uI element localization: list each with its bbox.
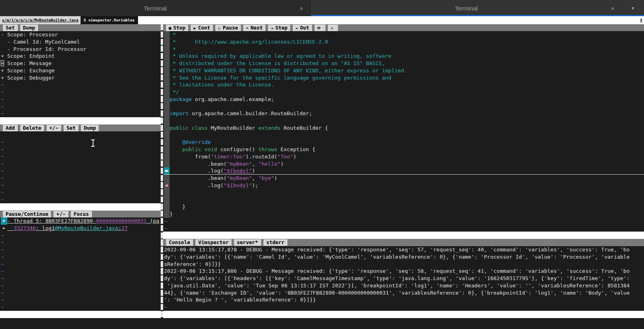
frame-icon[interactable]: ▶ — [1, 225, 7, 232]
scope-tree-item[interactable]: - Camel Id: MyCoolCamel — [0, 38, 161, 46]
text-segment: : log1 — [36, 225, 55, 231]
debug-close-icon-button[interactable]: ✕ — [328, 25, 338, 31]
line-text: ~ — [1, 96, 161, 103]
debug-restart-icon-button[interactable]: ⟳ — [315, 25, 325, 31]
line-text: ~ — [1, 103, 161, 110]
line-text: ~ — [164, 304, 644, 311]
output-tab-stderr-button[interactable]: stderr — [264, 239, 287, 246]
variables-set-button[interactable]: Set — [3, 25, 18, 31]
text-segment: "hello" — [258, 161, 281, 167]
log-line: 2022-09-06 13:15:17,886 - DEBUG - Messag… — [163, 268, 644, 275]
terminal-tab-active[interactable]: Terminal × — [311, 0, 622, 16]
code-line: * http://www.apache.org/licenses/LICENSE… — [163, 38, 644, 46]
terminal-tab-inactive[interactable]: Terminal × — [0, 0, 311, 16]
line-text: sReference': 0}]}} — [164, 261, 644, 268]
empty-line: ~ — [0, 246, 161, 253]
stack-frame-line[interactable]: ▶- Thread 5: 8B03FE27FB82890-00000000000… — [0, 217, 161, 225]
line-text: 2022-09-06 13:15:17,878 - DEBUG - Messag… — [164, 246, 644, 253]
vim-command-line[interactable] — [0, 318, 644, 329]
sign-column — [164, 74, 170, 82]
watches-dump-button[interactable]: Dump — [81, 125, 99, 131]
variables-dump-button[interactable]: Dump — [20, 25, 38, 31]
sign-column — [164, 196, 170, 203]
debug-cont-label: Cont — [198, 25, 210, 31]
line-text: ~ — [1, 275, 161, 282]
variables-window: - Scope: Processor - Camel Id: MyCoolCam… — [0, 31, 161, 117]
current-instruction-icon[interactable]: ●▶ — [164, 167, 170, 174]
text-segment — [170, 146, 182, 152]
scope-tree-item[interactable]: - Processor Id: Processor — [0, 46, 161, 53]
text-segment: ~ — [1, 139, 4, 145]
debug-out-button[interactable]: ←Out — [293, 25, 312, 31]
scope-tree-item[interactable]: - Scope: Processor — [0, 31, 161, 38]
text-segment: ~ — [1, 196, 4, 202]
text-segment: ~ — [1, 89, 4, 95]
text-segment: throws — [258, 146, 277, 152]
line-text: ~ — [1, 304, 161, 311]
debug-step-button[interactable]: →Step — [268, 25, 290, 31]
scope-tree-item[interactable]: + Scope: Exchange — [0, 67, 161, 74]
debug-pause-button[interactable]: ▷Pause — [215, 25, 241, 31]
code-line: } — [163, 211, 644, 218]
debug-cont-button[interactable]: ▶Cont — [191, 25, 213, 31]
text-segment: "${body}" — [223, 182, 252, 188]
scope-tree-item[interactable]: + Scope: Debugger — [0, 74, 161, 82]
text-segment: ': 'Hello Begin ? ', 'variablesReference… — [164, 297, 316, 303]
stacktrace--button[interactable]: +/- — [53, 211, 68, 217]
line-text: from("timer:foo").routeId("foo") — [170, 153, 644, 160]
stacktrace-focus-button[interactable]: Focus — [71, 211, 92, 217]
log-line: dy': {'variables': [{'headers': [{'key':… — [163, 275, 644, 282]
line-text: ~ — [1, 81, 161, 89]
watches-set-button[interactable]: Set — [64, 125, 79, 131]
line-text: * — [170, 31, 644, 38]
scope-tree-item[interactable]: + Scope: Endpoint — [0, 53, 161, 60]
watches-add-button[interactable]: Add — [3, 125, 18, 131]
line-text: .log("${body}") — [170, 167, 644, 174]
output-tab-console-button[interactable]: Console — [166, 239, 193, 246]
line-text: - Thread 5: 8B03FE27FB82890-000000000000… — [7, 217, 161, 225]
text-segment: ~ — [1, 82, 4, 88]
tab-list-dropdown[interactable]: ▼ — [622, 0, 644, 16]
empty-line: ~ — [0, 289, 161, 297]
statusline-output: _vimspector_log_Vimspector 123,1 Bot — [163, 311, 644, 318]
sign-column — [164, 132, 170, 139]
empty-line: ~ — [0, 175, 161, 182]
code-line: } — [163, 203, 644, 211]
stacktrace-pause-continue-button[interactable]: Pause/Continue — [3, 211, 51, 217]
vim-tab-close-button[interactable]: X — [638, 16, 644, 24]
empty-line: ~ — [0, 253, 161, 261]
close-icon[interactable]: × — [300, 5, 303, 12]
sign-column — [164, 53, 170, 60]
output-tab-server-button[interactable]: server* — [234, 239, 261, 246]
code-line: ● .log("${body}"); — [163, 182, 644, 189]
breakpoint-icon[interactable]: ● — [164, 182, 170, 189]
code-line: */ — [163, 89, 644, 96]
vim-tab-myroutebuilder[interactable]: s/m/j/o/a/c/e/MyRouteBuilder.java — [0, 16, 81, 24]
scope-tree-item[interactable]: + Scope: Message — [0, 60, 161, 67]
close-icon[interactable]: × — [611, 5, 614, 12]
debug-stop-button[interactable]: ■Stop — [166, 25, 188, 31]
debug-next-label: Next — [251, 25, 263, 31]
step-over-icon: ↷ — [246, 26, 249, 30]
vim-tab-vimspector-variables[interactable]: 5 vimspector.Variables — [81, 16, 138, 24]
terminal-tab-bar: Terminal × Terminal × ▼ — [0, 0, 644, 16]
sign-column — [164, 38, 170, 46]
current-thread-icon[interactable]: ▶ — [1, 217, 7, 225]
line-text: @Override — [170, 139, 644, 146]
text-segment: import — [170, 110, 189, 116]
code-line: public void configure() throws Exception… — [163, 146, 644, 153]
text-segment: ~ — [1, 283, 4, 289]
debug-next-button[interactable]: ↷Next — [243, 25, 266, 31]
text-segment: ~ — [1, 103, 4, 110]
line-text: ~ — [1, 110, 161, 117]
output-tab-vimspector-button[interactable]: Vimspector — [196, 239, 232, 246]
sign-column — [164, 146, 170, 153]
text-segment: ~ — [1, 232, 4, 238]
stack-frame-line[interactable]: ▶ 3327346: log1@MyRouteBuilder.java:27 — [0, 225, 161, 232]
watches-delete-button[interactable]: Delete — [20, 125, 44, 131]
vim-windows: SetDump - Scope: Processor - Camel Id: M… — [0, 24, 644, 318]
line-text: ~ — [1, 160, 161, 167]
text-segment: * Unless required by applicable law or a… — [170, 53, 391, 59]
watches--button[interactable]: +/- — [47, 125, 62, 131]
code-line: * — [163, 31, 644, 38]
